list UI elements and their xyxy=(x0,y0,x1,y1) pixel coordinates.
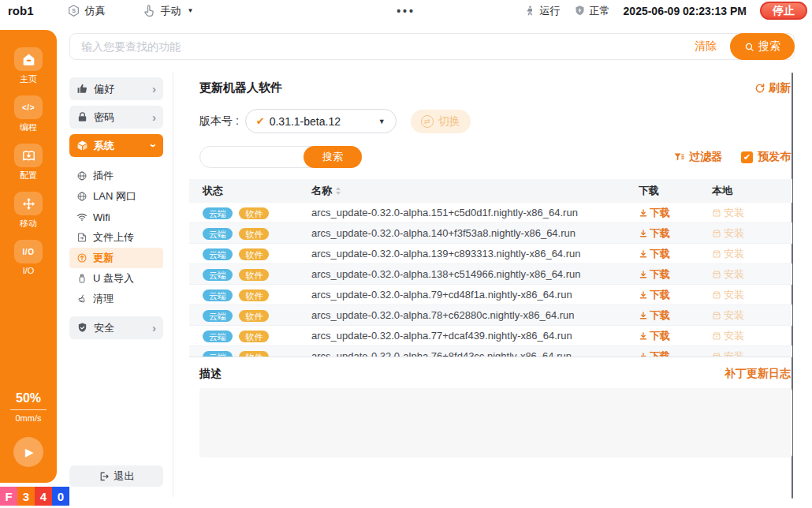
download-icon xyxy=(639,290,648,300)
table-row: 云端 软件 arcs_update-0.32.0-alpha.78+c62880… xyxy=(189,305,792,326)
more-menu-button[interactable]: ••• xyxy=(397,5,415,17)
install-link-label: 安装 xyxy=(724,247,744,261)
menu-group-password[interactable]: 密码 › xyxy=(69,106,163,129)
download-link[interactable]: 下载 xyxy=(639,206,712,220)
svg-text:S: S xyxy=(72,8,76,14)
feature-search-button-label: 搜索 xyxy=(758,39,780,54)
menu-group-security[interactable]: 安全 › xyxy=(69,316,163,339)
submenu-item-update[interactable]: 更新 xyxy=(69,248,163,268)
install-box-icon xyxy=(712,229,721,238)
simulation-mode-button[interactable]: S 仿真 xyxy=(67,4,106,18)
run-status: 运行 xyxy=(524,4,561,18)
rail-label-io: I/O xyxy=(23,266,35,275)
run-status-label: 运行 xyxy=(540,4,561,18)
switch-version-button[interactable]: ⇄ 切换 xyxy=(411,110,471,133)
download-link[interactable]: 下载 xyxy=(639,267,712,282)
submenu-item-wifi[interactable]: Wifi xyxy=(69,207,163,227)
submenu-item-lan[interactable]: LAN 网口 xyxy=(69,186,163,207)
download-link-label: 下载 xyxy=(650,288,670,302)
package-filename: arcs_update-0.32.0-alpha.77+dcaf439.nigh… xyxy=(311,330,572,342)
lock-icon xyxy=(76,111,88,123)
rail-label-programming: 编程 xyxy=(20,121,37,133)
package-search: 搜索 xyxy=(199,146,362,168)
package-filename: arcs_update-0.32.0-alpha.76+8fd43cc.nigh… xyxy=(311,350,572,357)
submenu-item-file-upload[interactable]: 文件上传 xyxy=(69,227,163,248)
play-button[interactable]: ▶ xyxy=(13,437,43,467)
sort-asc-icon xyxy=(336,187,341,190)
prerelease-label: 预发布 xyxy=(758,150,791,164)
submenu-item-usb-import[interactable]: U 盘导入 xyxy=(69,268,163,289)
version-select[interactable]: ✔ 0.31.1-beta.12 ▼ xyxy=(245,109,397,133)
install-link[interactable]: 安装 xyxy=(712,288,792,302)
menu-group-preferences[interactable]: 偏好 › xyxy=(69,77,163,100)
package-search-input[interactable] xyxy=(210,148,296,166)
rail-item-home[interactable]: 主页 xyxy=(14,47,43,85)
feature-search-input[interactable] xyxy=(80,39,680,54)
file-icon xyxy=(76,232,88,243)
menu-group-system[interactable]: 系统 › xyxy=(69,134,163,157)
prerelease-checkbox[interactable]: ✔ 预发布 xyxy=(741,150,791,164)
download-icon xyxy=(639,352,648,358)
package-search-button[interactable]: 搜索 xyxy=(304,146,362,168)
move-arrows-icon xyxy=(14,192,43,215)
download-link[interactable]: 下载 xyxy=(639,329,712,343)
download-link[interactable]: 下载 xyxy=(639,226,712,241)
simulation-icon: S xyxy=(67,4,80,17)
top-bar: rob1 S 仿真 手动 ▼ ••• 运行 正常 2025-06-09 02:2… xyxy=(0,0,812,21)
sort-toggle[interactable] xyxy=(336,187,341,195)
chevron-right-icon: › xyxy=(152,83,156,95)
download-link[interactable]: 下载 xyxy=(639,349,712,358)
menu-label-preferences: 偏好 xyxy=(94,82,147,96)
download-link[interactable]: 下载 xyxy=(639,247,712,261)
package-filename: arcs_update-0.32.0-alpha.138+c514966.nig… xyxy=(311,268,581,280)
description-box xyxy=(199,388,792,458)
submenu-label-lan: LAN 网口 xyxy=(93,189,136,204)
install-link[interactable]: 安装 xyxy=(712,349,792,358)
install-link[interactable]: 安装 xyxy=(712,247,792,261)
broom-icon xyxy=(76,293,88,304)
install-link-label: 安装 xyxy=(724,267,744,282)
feature-search-button[interactable]: 搜索 xyxy=(730,33,795,60)
changelog-link[interactable]: 补丁更新日志 xyxy=(724,367,791,381)
package-filename: arcs_update-0.32.0-alpha.79+cd48f1a.nigh… xyxy=(311,289,572,301)
chevron-right-icon: › xyxy=(152,111,156,123)
indicator-f: F xyxy=(0,487,17,506)
rail-item-io[interactable]: I/O I/O xyxy=(14,240,43,275)
install-link[interactable]: 安装 xyxy=(712,206,792,220)
download-link-label: 下载 xyxy=(650,247,670,261)
download-link-label: 下载 xyxy=(650,206,670,220)
cube-icon xyxy=(76,140,88,151)
download-link-label: 下载 xyxy=(650,226,670,241)
software-badge: 软件 xyxy=(239,351,269,357)
config-book-icon xyxy=(14,144,43,167)
install-link[interactable]: 安装 xyxy=(712,267,792,282)
refresh-icon xyxy=(754,83,765,94)
download-link[interactable]: 下载 xyxy=(639,308,712,323)
install-link[interactable]: 安装 xyxy=(712,308,792,323)
download-link[interactable]: 下载 xyxy=(639,288,712,302)
install-box-icon xyxy=(712,290,721,300)
submenu-label-wifi: Wifi xyxy=(93,211,110,223)
stop-button[interactable]: 停止 xyxy=(760,2,807,20)
exit-button[interactable]: 退出 xyxy=(69,465,163,487)
health-status: 正常 xyxy=(574,4,610,18)
filter-button[interactable]: 过滤器 xyxy=(673,150,722,164)
submenu-item-cleanup[interactable]: 清理 xyxy=(69,289,163,309)
install-link[interactable]: 安装 xyxy=(712,226,792,241)
hand-icon xyxy=(142,4,156,18)
rail-item-configuration[interactable]: 配置 xyxy=(14,144,43,181)
globe-icon xyxy=(76,191,88,202)
rail-item-programming[interactable]: </> 编程 xyxy=(14,95,43,133)
software-badge: 软件 xyxy=(239,248,269,260)
manual-mode-dropdown[interactable]: 手动 ▼ xyxy=(142,4,194,18)
logout-icon xyxy=(99,471,110,482)
submenu-item-plugins[interactable]: 插件 xyxy=(69,166,163,186)
install-link[interactable]: 安装 xyxy=(712,329,792,343)
software-badge: 软件 xyxy=(239,289,269,301)
clear-button[interactable]: 清除 xyxy=(695,39,717,54)
shield-bolt-icon xyxy=(574,5,586,17)
rail-item-move[interactable]: 移动 xyxy=(14,192,43,230)
table-row: 云端 软件 arcs_update-0.32.0-alpha.138+c5149… xyxy=(189,264,792,285)
install-link-label: 安装 xyxy=(724,349,744,358)
refresh-button[interactable]: 刷新 xyxy=(754,81,791,95)
